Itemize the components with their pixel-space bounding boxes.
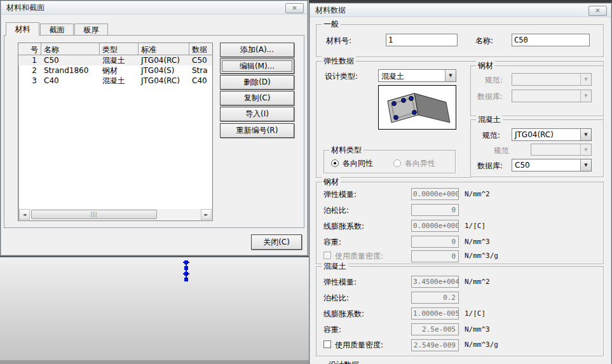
steel-database-value	[512, 90, 580, 102]
steel-mass-density-unit: N/mm^3/g	[465, 252, 498, 260]
scrollbar-thumb[interactable]: |||	[31, 210, 157, 219]
tab-section-label: 截面	[50, 25, 65, 36]
isotropic-radio[interactable]	[331, 159, 339, 167]
material-id-label: 材料号:	[326, 36, 351, 45]
scroll-right-icon[interactable]: ►	[201, 209, 212, 220]
close-icon[interactable]: ✕	[588, 6, 607, 16]
steel-code-value	[512, 74, 580, 85]
chevron-down-icon: ▼	[580, 144, 591, 155]
cell-data: C50	[189, 56, 213, 65]
model-workspace[interactable]	[0, 256, 309, 364]
model-node[interactable]	[184, 266, 188, 270]
copy-button[interactable]: 复制(C)	[220, 91, 294, 105]
materials-sections-dialog: 材料和截面 ✕ 材料 截面 板厚 号 名称 类型 标准 数据 1 C50 混凝土…	[0, 0, 308, 256]
cell-data: Stra	[189, 66, 213, 75]
cell-standard: JTG04(S)	[139, 66, 189, 75]
chevron-down-icon[interactable]: ▼	[445, 70, 456, 81]
concrete-mass-density-checkbox[interactable]	[323, 340, 331, 348]
concrete-mass-density-unit: N/mm^3/g	[465, 340, 498, 349]
cell-data: C40	[189, 76, 213, 85]
steel-database-dropdown: ▼	[512, 90, 592, 102]
chevron-down-icon[interactable]: ▼	[580, 159, 591, 171]
concrete-properties-group-legend: 混凝土	[322, 262, 348, 271]
steel-elastic-modulus-unit: N/mm^2	[465, 190, 490, 198]
orthotropic-label: 各向异性	[405, 159, 435, 168]
right-dialog-titlebar[interactable]: 材料数据	[310, 4, 611, 17]
concrete-density-unit: N/mm^3	[465, 325, 490, 334]
table-row[interactable]: 1 C50 混凝土 JTG04(RC) C50	[18, 55, 212, 65]
cell-standard: JTG04(RC)	[139, 56, 189, 65]
chevron-down-icon: ▼	[580, 74, 591, 85]
design-type-dropdown[interactable]: 混凝土 ▼	[378, 69, 456, 82]
cell-name: C50	[41, 56, 100, 65]
concrete-elastic-modulus-unit: N/mm^2	[465, 278, 490, 286]
delete-button[interactable]: 删除(D)	[220, 75, 294, 90]
table-row[interactable]: 3 C40 混凝土 JTG04(RC) C40	[18, 76, 212, 86]
column-header-name[interactable]: 名称	[41, 43, 100, 55]
concrete-density-label: 容重:	[323, 325, 341, 334]
general-group-legend: 一般	[322, 20, 341, 29]
tab-material[interactable]: 材料	[6, 22, 39, 36]
table-header-row: 号 名称 类型 标准 数据	[18, 43, 212, 55]
left-dialog-titlebar[interactable]: 材料和截面	[1, 1, 307, 15]
left-dialog-title: 材料和截面	[6, 3, 44, 13]
model-node[interactable]	[184, 278, 188, 281]
design-type-value: 混凝土	[379, 70, 445, 81]
steel-mass-density-label: 使用质量密度:	[335, 252, 383, 260]
material-id-input[interactable]	[386, 34, 458, 46]
table-row[interactable]: 2 Strand1860 钢材 JTG04(S) Stra	[18, 65, 212, 76]
cell-standard: JTG04(RC)	[139, 76, 189, 85]
steel-poisson-field: 0	[411, 204, 459, 216]
concrete-thermal-unit: 1/[C]	[465, 309, 486, 318]
concrete-poisson-label: 泊松比:	[323, 293, 349, 302]
name-input[interactable]	[512, 34, 590, 46]
cell-no: 2	[18, 66, 41, 75]
close-icon[interactable]: ✕	[285, 3, 304, 13]
concrete-database-label: 数据库:	[477, 161, 503, 170]
column-header-no[interactable]: 号	[18, 43, 41, 55]
column-header-data[interactable]: 数据	[189, 43, 213, 55]
edit-button[interactable]: 编辑(M)...	[220, 58, 294, 74]
tab-thickness[interactable]: 板厚	[74, 24, 108, 36]
chevron-down-icon: ▼	[580, 90, 591, 102]
scroll-left-icon[interactable]: ◄	[19, 209, 30, 220]
steel-thermal-label: 线膨胀系数:	[323, 222, 364, 231]
elastic-data-group-legend: 弹性数据	[322, 57, 356, 65]
horizontal-scrollbar[interactable]: ◄ ||| ►	[19, 209, 212, 220]
concrete-elastic-modulus-label: 弹性模量:	[323, 278, 357, 286]
steel-elastic-modulus-label: 弹性模量:	[323, 190, 357, 199]
concrete-database-dropdown[interactable]: C50 ▼	[512, 159, 592, 172]
import-button[interactable]: 导入(I)	[220, 107, 294, 121]
steel-code-group-legend: 钢材	[476, 61, 495, 70]
add-button[interactable]: 添加(A)...	[220, 43, 294, 57]
column-header-type[interactable]: 类型	[100, 43, 139, 55]
steel-thermal-field: 0.0000e+000	[411, 220, 459, 232]
cell-no: 1	[18, 56, 41, 65]
close-button[interactable]: 关闭(C)	[251, 234, 302, 250]
cell-no: 3	[18, 76, 41, 85]
concrete-beam-illustration	[379, 86, 456, 129]
steel-database-label: 数据库:	[477, 92, 503, 101]
concrete-density-field: 2.5e-005	[411, 323, 459, 335]
design-type-label: 设计类型:	[325, 72, 358, 81]
steel-density-label: 容重:	[323, 238, 341, 246]
steel-elastic-modulus-field: 0.0000e+000	[411, 188, 459, 200]
tab-material-label: 材料	[15, 24, 31, 35]
model-node[interactable]	[184, 260, 188, 264]
material-table[interactable]: 号 名称 类型 标准 数据 1 C50 混凝土 JTG04(RC) C50 2 …	[18, 43, 213, 221]
concrete-mass-density-field: 2.549e-009	[411, 339, 459, 351]
column-header-standard[interactable]: 标准	[139, 43, 189, 55]
renumber-button[interactable]: 重新编号(R)	[220, 123, 294, 138]
cell-name: Strand1860	[41, 66, 100, 75]
material-data-dialog: 材料数据 ✕ 一般 材料号: 名称: 弹性数据 设计类型: 混凝土 ▼ 钢材 规…	[309, 3, 612, 364]
concrete-mass-density-label[interactable]: 使用质量密度:	[335, 340, 383, 349]
orthotropic-radio	[393, 159, 401, 167]
isotropic-label[interactable]: 各向同性	[343, 159, 373, 168]
concrete-code-dropdown[interactable]: JTG04(RC) ▼	[512, 128, 592, 141]
grip-icon: |||	[90, 212, 97, 217]
chevron-down-icon[interactable]: ▼	[580, 129, 591, 140]
concrete-code2-label: 规范	[494, 146, 509, 155]
tab-section[interactable]: 截面	[40, 24, 74, 36]
model-node[interactable]	[184, 272, 188, 276]
concrete-thermal-field: 1.0000e-005	[411, 307, 459, 320]
